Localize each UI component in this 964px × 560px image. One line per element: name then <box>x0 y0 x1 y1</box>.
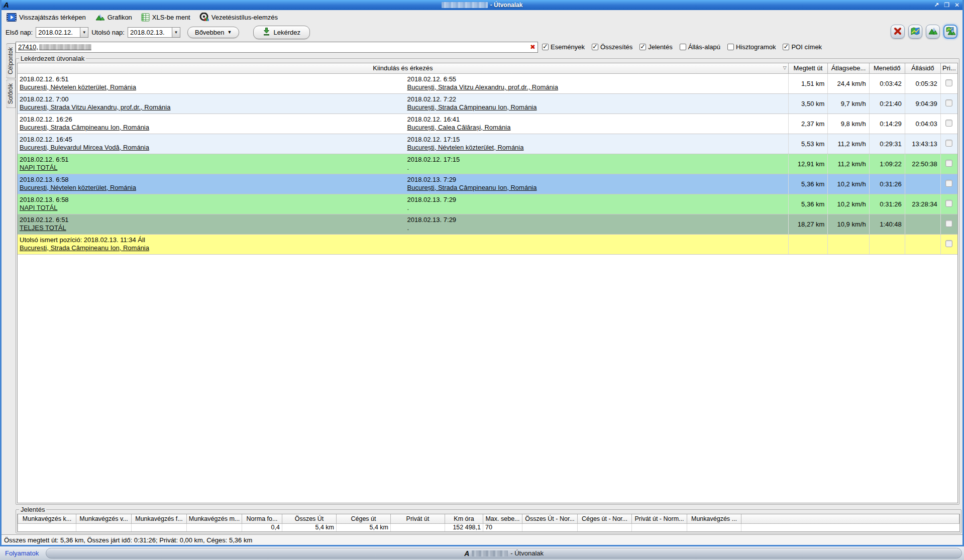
report-col-12[interactable]: Privát út - Norm... <box>632 514 687 523</box>
route-row[interactable]: 2018.02.12. 6:51NAPI TOTÁL2018.02.12. 17… <box>18 154 957 174</box>
map-and-chart-view-button[interactable] <box>943 25 957 39</box>
first-day-dropdown-icon[interactable]: ▼ <box>80 27 88 38</box>
departure-address-link[interactable]: București, Bulevardul Mircea Vodă, Román… <box>20 144 149 151</box>
route-row[interactable]: 2018.02.12. 7:00București, Strada Vitzu … <box>18 93 957 114</box>
arrival-address-link[interactable]: București, Névtelen közterület, Románia <box>407 144 524 151</box>
col-megtett-t[interactable]: Megtett út <box>788 63 828 73</box>
route-row[interactable]: 2018.02.12. 6:51București, Névtelen közt… <box>18 73 957 93</box>
checkbox-icon[interactable] <box>639 44 646 50</box>
col-menetid-[interactable]: Menetidő <box>869 63 905 73</box>
private-cell <box>940 214 957 234</box>
option-jelent-s[interactable]: Jelentés <box>639 43 672 51</box>
departure-address-link[interactable]: București, Névtelen közterület, Románia <box>20 184 136 191</box>
taskbar-window-button[interactable]: A - Útvonalak <box>46 548 962 558</box>
clear-search-icon[interactable]: ✖ <box>530 43 535 51</box>
option-poi-c-mek[interactable]: POI címek <box>783 43 822 51</box>
col--tlagsebe-[interactable]: Átlagsebe... <box>828 63 869 73</box>
report-col-0[interactable]: Munkavégzés k... <box>18 514 76 523</box>
option--ll-s-alap-[interactable]: Állás-alapú <box>680 43 720 51</box>
report-col-10[interactable]: Összes Út - Nor... <box>522 514 578 523</box>
departure-address-link[interactable]: București, Strada Câmpineanu Ion, Románi… <box>20 244 149 252</box>
report-col-9[interactable]: Max. sebe... <box>483 514 522 523</box>
report-col-13[interactable]: Munkavégzés ... <box>687 514 741 523</box>
col--ll-sid-[interactable]: Állásidő <box>905 63 940 73</box>
vehicle-search-input[interactable]: 27410, ✖ <box>16 42 538 53</box>
first-day-input[interactable]: 2018.02.12. <box>36 27 80 38</box>
arrival-address-link[interactable]: București, Strada Câmpineanu Ion, Románi… <box>407 103 537 111</box>
option--sszes-t-s[interactable]: Összesítés <box>592 43 632 51</box>
map-view-button[interactable] <box>908 25 922 39</box>
col-pri-[interactable]: Pri... <box>940 63 957 73</box>
option-label: Hisztogramok <box>736 43 776 51</box>
route-row[interactable]: 2018.02.13. 6:58NAPI TOTÁL2018.02.13. 7:… <box>18 194 957 214</box>
close-view-button[interactable] <box>891 25 905 39</box>
checkbox-icon[interactable] <box>542 44 549 50</box>
private-checkbox[interactable] <box>945 140 952 147</box>
spreadsheet-icon <box>141 13 150 22</box>
arrival-address-link[interactable]: București, Strada Vitzu Alexandru, prof.… <box>407 83 558 91</box>
private-checkbox[interactable] <box>945 79 952 86</box>
private-checkbox[interactable] <box>945 99 952 106</box>
route-row[interactable]: 2018.02.12. 6:51TELJES TOTÁL2018.02.13. … <box>18 214 957 234</box>
private-checkbox[interactable] <box>945 180 952 187</box>
checkbox-icon[interactable] <box>727 44 734 50</box>
report-col-5[interactable]: Összes Út <box>282 514 337 523</box>
report-col-3[interactable]: Munkavégzés m... <box>187 514 242 523</box>
route-row[interactable]: 2018.02.13. 6:58București, Névtelen közt… <box>18 174 957 194</box>
departure-address-link[interactable]: București, Strada Vitzu Alexandru, prof.… <box>20 103 170 111</box>
private-checkbox[interactable] <box>945 200 952 207</box>
private-checkbox[interactable] <box>945 240 952 247</box>
last-day-dropdown-icon[interactable]: ▼ <box>172 27 180 38</box>
taskbar-processes-link[interactable]: Folyamatok <box>2 549 42 557</box>
avg-speed-cell: 24,4 km/h <box>828 73 869 93</box>
tab-targets[interactable]: Célpontok <box>6 43 16 78</box>
status-summary: Összes megtett út: 5,36 km, Összes járt … <box>4 536 252 544</box>
report-col-6[interactable]: Céges út <box>337 514 391 523</box>
chart-view-button[interactable] <box>926 25 940 39</box>
report-col-4[interactable]: Norma fo... <box>242 514 282 523</box>
route-row[interactable]: Utolsó ismert pozíció: 2018.02.13. 11:34… <box>18 234 957 254</box>
report-col-1[interactable]: Munkavégzés v... <box>76 514 132 523</box>
departure-address-link[interactable]: NAPI TOTÁL <box>20 204 57 211</box>
checkbox-icon[interactable] <box>592 44 598 50</box>
graph-button[interactable]: Grafikon <box>95 13 132 21</box>
last-day-input[interactable]: 2018.02.13. <box>128 27 172 38</box>
route-row[interactable]: 2018.02.12. 16:45București, Bulevardul M… <box>18 134 957 154</box>
private-checkbox[interactable] <box>945 160 952 167</box>
restore-icon[interactable]: ❐ <box>944 2 949 9</box>
filter-bar: Első nap: 2018.02.12. ▼ Utolsó nap: 2018… <box>2 24 962 40</box>
departure: Utolsó ismert pozíció: 2018.02.13. 11:34… <box>19 236 407 252</box>
app-logo-icon: A <box>4 0 9 10</box>
checkbox-icon[interactable] <box>783 44 789 50</box>
report-col-8[interactable]: Km óra <box>445 514 483 523</box>
close-icon[interactable]: ✕ <box>954 2 959 9</box>
query-button[interactable]: Lekérdez <box>253 26 309 39</box>
arrival-address-link[interactable]: București, Calea Călărași, Románia <box>407 124 511 131</box>
driving-style-button[interactable]: Vezetésistílus-elemzés <box>199 13 278 22</box>
playback-on-map-button[interactable]: Visszajátszás térképen <box>7 13 86 22</box>
app-window: A - Útvonalak ↗ ❐ ✕ Visszajátszás térkép… <box>0 0 964 546</box>
routes-tbody: 2018.02.12. 6:51București, Névtelen közt… <box>18 73 957 254</box>
save-xls-button[interactable]: XLS-be ment <box>141 13 190 22</box>
departure-address-link[interactable]: NAPI TOTÁL <box>20 164 57 171</box>
option-hisztogramok[interactable]: Hisztogramok <box>727 43 776 51</box>
departure-address-link[interactable]: TELJES TOTÁL <box>20 224 66 232</box>
routes-header-row: Kiindulás és érkezés▽ Megtett útÁtlagseb… <box>18 63 957 73</box>
popout-icon[interactable]: ↗ <box>934 2 939 9</box>
departure-address-link[interactable]: București, Strada Câmpineanu Ion, Románi… <box>20 124 149 131</box>
more-options-button[interactable]: Bővebben ▼ <box>187 27 239 38</box>
route-row[interactable]: 2018.02.12. 16:26București, Strada Câmpi… <box>18 114 957 134</box>
departure-address-link[interactable]: București, Névtelen közterület, Románia <box>20 83 136 91</box>
report-col-7[interactable]: Privát út <box>391 514 445 523</box>
private-checkbox[interactable] <box>945 120 952 127</box>
arrival-address-link[interactable]: București, Strada Câmpineanu Ion, Románi… <box>407 184 537 191</box>
col-departure-arrival[interactable]: Kiindulás és érkezés▽ <box>18 63 788 73</box>
report-col-2[interactable]: Munkavégzés f... <box>132 514 187 523</box>
report-col-11[interactable]: Céges út - Nor... <box>578 514 632 523</box>
option-esem-nyek[interactable]: Események <box>542 43 585 51</box>
tab-drivers[interactable]: Sofőrök <box>6 79 16 108</box>
redacted-search-text <box>39 44 91 50</box>
arrival <box>407 236 788 252</box>
checkbox-icon[interactable] <box>680 44 686 50</box>
private-checkbox[interactable] <box>945 220 952 227</box>
